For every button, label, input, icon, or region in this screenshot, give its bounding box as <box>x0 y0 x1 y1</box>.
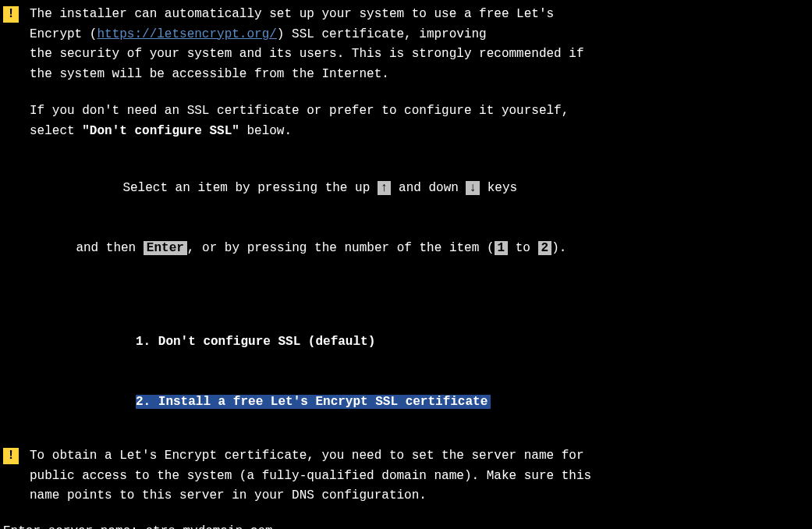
warning-icon: ! <box>3 6 19 23</box>
servername-text: To obtain a Let's Encrypt certificate, y… <box>30 446 591 506</box>
info-text: The installer can automatically set up y… <box>30 5 584 142</box>
nav2-post: ). <box>551 241 566 255</box>
para1b-post: below. <box>239 124 292 138</box>
server-name-input[interactable]: otrs.mydomain.com <box>145 524 272 529</box>
warning-icon: ! <box>3 448 19 464</box>
enter-key-icon: Enter <box>144 241 187 255</box>
down-key-icon: ↓ <box>466 181 480 195</box>
server-name-label: Enter server name: <box>3 524 145 529</box>
info-block-servername: ! To obtain a Let's Encrypt certificate,… <box>3 446 809 506</box>
nav-pre: Select an item by pressing the up <box>122 181 377 195</box>
nav-instructions: Select an item by pressing the up ↑ and … <box>3 159 809 279</box>
nav2-mid: , or by pressing the number of the item … <box>187 241 495 255</box>
para1b-bold: "Don't configure SSL" <box>82 124 239 138</box>
nav-mid: and down <box>391 181 466 195</box>
nav2-to: to <box>508 241 537 255</box>
menu-option-1-label: 1. Don't configure SSL (default) <box>136 335 375 349</box>
menu-option-2-label: 2. Install a free Let's Encrypt SSL cert… <box>136 395 491 409</box>
letsencrypt-link[interactable]: https://letsencrypt.org/ <box>97 27 276 41</box>
info-block-letsencrypt: ! The installer can automatically set up… <box>3 5 809 142</box>
nav2-pre: and then <box>76 241 143 255</box>
menu-option-install-letsencrypt[interactable]: 2. Install a free Let's Encrypt SSL cert… <box>136 392 809 413</box>
up-key-icon: ↑ <box>378 181 392 195</box>
two-key-icon: 2 <box>538 241 552 255</box>
nav-post: keys <box>480 181 517 195</box>
one-key-icon: 1 <box>495 241 509 255</box>
ssl-menu: 1. Don't configure SSL (default) 2. Inst… <box>3 293 809 432</box>
server-name-prompt: Enter server name: otrs.mydomain.com <box>3 522 809 529</box>
menu-option-dont-configure[interactable]: 1. Don't configure SSL (default) <box>136 332 809 353</box>
